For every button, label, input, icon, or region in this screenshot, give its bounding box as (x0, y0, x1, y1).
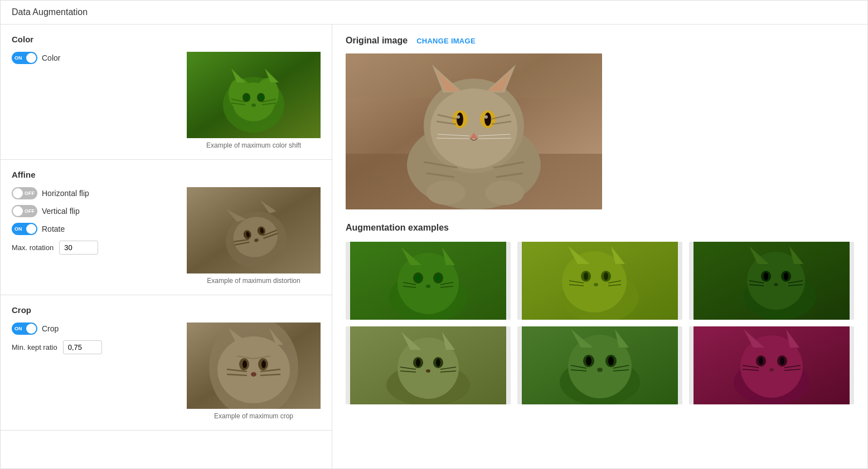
affine-preview: Example of maximum distortion (187, 187, 321, 285)
min-kept-ratio-row: Min. kept ratio (12, 340, 176, 354)
crop-section-title: Crop (12, 305, 321, 315)
color-section-title: Color (12, 35, 321, 44)
crop-preview-image (187, 323, 321, 409)
aug-image-3 (689, 242, 854, 320)
original-image (346, 53, 602, 209)
vertical-flip-toggle[interactable]: OFF (12, 205, 37, 217)
toggle-on-label-rotate: ON (14, 226, 22, 232)
svg-point-99 (584, 272, 588, 280)
svg-point-56 (430, 89, 517, 169)
crop-label: Crop (42, 324, 59, 333)
color-toggle[interactable]: ON (12, 52, 37, 64)
crop-section: Crop ON Crop (1, 295, 332, 431)
affine-preview-label: Example of maximum distortion (207, 277, 300, 285)
aug-item-4 (346, 326, 511, 404)
svg-point-60 (484, 113, 491, 126)
affine-section-body: OFF Horizontal flip OFF (12, 187, 321, 285)
aug-item-1 (346, 242, 511, 320)
svg-point-155 (759, 357, 763, 365)
svg-point-128 (436, 359, 440, 367)
crop-preview-label: Example of maximum crop (214, 412, 293, 420)
crop-section-body: ON Crop Min. kept ratio (12, 323, 321, 420)
toggle-off-label-vflip: OFF (25, 208, 35, 214)
svg-point-100 (604, 272, 608, 280)
vertical-flip-row: OFF Vertical flip (12, 205, 176, 217)
crop-toggle[interactable]: ON (12, 323, 37, 335)
left-panel: Color ON Color (1, 25, 332, 468)
augmentation-grid (346, 242, 854, 404)
original-header: Original image CHANGE IMAGE (346, 36, 854, 46)
toggle-off-label-hflip: OFF (25, 190, 35, 196)
rotate-toggle[interactable]: ON (12, 223, 37, 235)
min-kept-ratio-input[interactable] (63, 340, 102, 354)
svg-point-101 (594, 283, 598, 286)
aug-item-5 (517, 326, 682, 404)
min-kept-ratio-label: Min. kept ratio (12, 343, 57, 351)
max-rotation-row: Max. rotation (12, 241, 176, 255)
title-text: Data Augmentation (12, 7, 88, 17)
crop-toggle-row: ON Crop (12, 323, 176, 335)
app-container: Data Augmentation Color ON (0, 0, 868, 469)
affine-controls: OFF Horizontal flip OFF (12, 187, 176, 255)
color-controls: ON Color (12, 52, 176, 70)
affine-section: Affine OFF Horizontal flip (1, 160, 332, 295)
svg-point-40 (251, 372, 256, 377)
svg-point-38 (243, 360, 247, 368)
color-preview-image (187, 52, 321, 138)
svg-point-77 (485, 180, 524, 205)
app-title: Data Augmentation (1, 1, 867, 25)
right-panel: Original image CHANGE IMAGE (332, 25, 867, 468)
aug-image-4 (346, 326, 511, 404)
crop-controls: ON Crop Min. kept ratio (12, 323, 176, 354)
color-preview-label: Example of maximum color shift (206, 141, 301, 149)
aug-image-6 (689, 326, 854, 404)
affine-section-title: Affine (12, 170, 321, 179)
crop-preview: Example of maximum crop (187, 323, 321, 420)
svg-point-61 (457, 115, 460, 119)
crop-preview-svg (187, 323, 321, 409)
horizontal-flip-row: OFF Horizontal flip (12, 187, 176, 199)
vertical-flip-label: Vertical flip (42, 207, 80, 216)
color-preview: Example of maximum color shift (187, 52, 321, 149)
svg-point-7 (232, 82, 275, 121)
color-section-body: ON Color (12, 52, 321, 149)
aug-item-6 (689, 326, 854, 404)
horizontal-flip-toggle[interactable]: OFF (12, 187, 37, 199)
change-image-button[interactable]: CHANGE IMAGE (416, 37, 476, 45)
svg-point-129 (426, 369, 430, 373)
affine-preview-image (187, 187, 321, 273)
svg-point-10 (245, 95, 249, 100)
svg-point-12 (251, 104, 256, 107)
svg-point-156 (780, 357, 784, 365)
max-rotation-label: Max. rotation (12, 243, 54, 252)
color-label: Color (42, 53, 60, 62)
original-image-svg (346, 53, 602, 209)
rotate-label: Rotate (42, 224, 65, 233)
svg-point-114 (784, 272, 788, 280)
svg-point-141 (586, 356, 591, 365)
aug-image-5 (517, 326, 682, 404)
aug-item-2 (517, 242, 682, 320)
svg-point-143 (597, 368, 603, 372)
augmentation-title: Augmentation examples (346, 223, 854, 233)
horizontal-flip-label: Horizontal flip (42, 189, 89, 198)
toggle-on-label-crop: ON (14, 326, 22, 331)
svg-point-85 (416, 274, 420, 282)
svg-point-157 (769, 368, 774, 372)
color-section: Color ON Color (1, 25, 332, 160)
svg-point-86 (436, 274, 440, 282)
svg-point-62 (484, 115, 488, 119)
aug-image-1 (346, 242, 511, 320)
aug-item-3 (689, 242, 854, 320)
rotate-row: ON Rotate (12, 223, 176, 235)
svg-point-39 (261, 360, 266, 368)
svg-point-87 (426, 285, 430, 288)
svg-point-127 (416, 359, 420, 367)
svg-point-11 (260, 95, 263, 100)
aug-image-2 (517, 242, 682, 320)
svg-point-59 (457, 113, 463, 126)
max-rotation-input[interactable] (59, 241, 98, 255)
original-title: Original image (346, 36, 408, 46)
color-preview-svg (187, 52, 321, 138)
svg-point-115 (774, 283, 778, 286)
